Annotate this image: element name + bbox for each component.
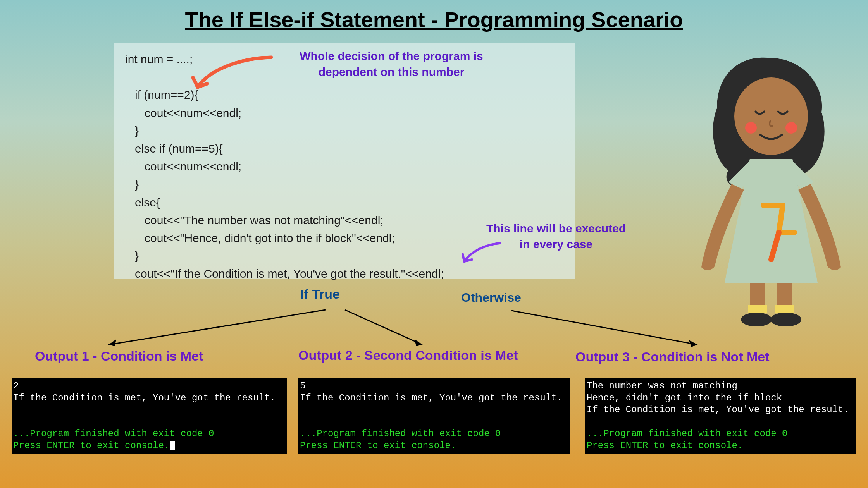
console-line: Press ENTER to exit console. — [13, 440, 285, 452]
console-line — [300, 416, 568, 428]
cursor-icon — [170, 441, 175, 450]
svg-line-2 — [345, 310, 422, 345]
svg-marker-3 — [415, 339, 422, 346]
svg-point-13 — [741, 313, 772, 326]
annotation-decision: Whole decision of the program is depende… — [271, 48, 512, 80]
console-line: 2 — [13, 380, 285, 392]
console-line: 5 — [300, 380, 568, 392]
console-line — [13, 416, 285, 428]
code-line: cout<<num<<endl; — [125, 158, 565, 175]
character-illustration — [682, 50, 860, 329]
console-line — [587, 416, 855, 428]
svg-line-0 — [108, 310, 326, 345]
console-line: ...Program finished with exit code 0 — [13, 428, 285, 440]
console-line: If the Condition is met, You've got the … — [13, 392, 285, 404]
svg-point-8 — [785, 122, 797, 134]
branch-label-otherwise: Otherwise — [461, 290, 521, 305]
branch-arrows-icon — [97, 306, 717, 352]
console-line: If the Condition is met, You've got the … — [300, 392, 568, 404]
code-line: else if (num==5){ — [125, 140, 565, 158]
console-line: Press ENTER to exit console. — [587, 440, 855, 452]
console-output-2: 5 If the Condition is met, You've got th… — [298, 378, 570, 454]
console-line: If the Condition is met, You've got the … — [587, 404, 855, 416]
annotation-everycase: This line will be executed in every case — [482, 221, 630, 252]
svg-marker-5 — [689, 340, 698, 347]
output-label-1: Output 1 - Condition is Met — [35, 349, 203, 364]
code-line: cout<<"If the Condition is met, You've g… — [125, 265, 565, 283]
output-label-2: Output 2 - Second Condition is Met — [298, 348, 518, 363]
console-line: ...Program finished with exit code 0 — [587, 428, 855, 440]
svg-line-4 — [512, 311, 698, 345]
branch-label-if-true: If True — [300, 287, 340, 302]
console-line — [13, 404, 285, 416]
code-line: } — [125, 122, 565, 140]
svg-rect-12 — [775, 305, 794, 313]
page-title: The If Else-if Statement - Programming S… — [0, 0, 868, 32]
svg-rect-11 — [748, 305, 767, 313]
svg-point-7 — [745, 122, 757, 134]
code-line: } — [125, 175, 565, 193]
output-label-3: Output 3 - Condition is Not Met — [575, 349, 769, 364]
console-line: Press ENTER to exit console. — [300, 440, 568, 452]
console-line: The number was not matching — [587, 380, 855, 392]
console-output-1: 2 If the Condition is met, You've got th… — [12, 378, 287, 454]
console-line: Hence, didn't got into the if block — [587, 392, 855, 404]
arrow-decision-icon — [186, 50, 279, 93]
console-output-3: The number was not matching Hence, didn'… — [585, 378, 856, 454]
code-line: else{ — [125, 194, 565, 211]
console-line — [300, 404, 568, 416]
console-line: ...Program finished with exit code 0 — [300, 428, 568, 440]
svg-point-6 — [734, 77, 808, 155]
code-line: cout<<num<<endl; — [125, 104, 565, 122]
svg-marker-1 — [108, 339, 116, 346]
svg-point-14 — [770, 313, 801, 326]
